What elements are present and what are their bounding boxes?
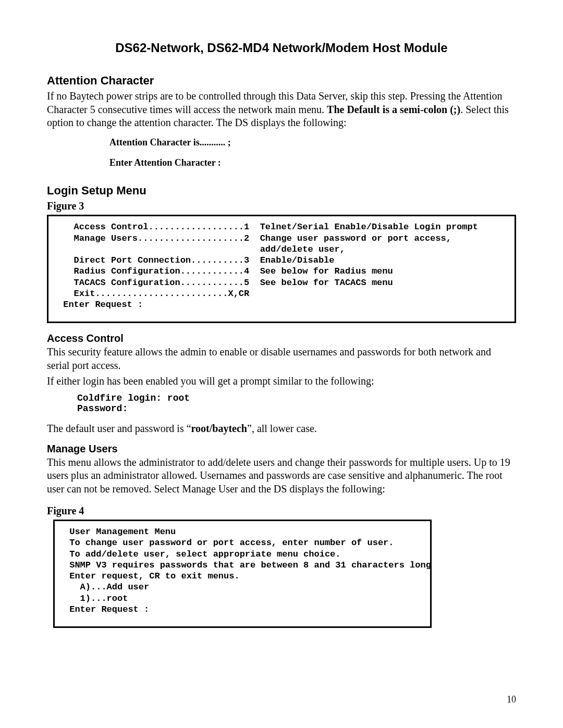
attention-output-line1: Attention Character is........... ; [109, 137, 516, 148]
login-prompt-block: Coldfire login: root Password: [77, 393, 516, 414]
access-control-para3: The default user and password is “root/b… [47, 422, 516, 436]
access-control-para2: If either login has been enabled you wil… [47, 375, 516, 388]
document-page: DS62-Network, DS62-MD4 Network/Modem Hos… [0, 0, 563, 728]
page-title: DS62-Network, DS62-MD4 Network/Modem Hos… [47, 41, 516, 55]
figure4-label: Figure 4 [47, 504, 516, 518]
access-control-para1: This security feature allows the admin t… [47, 346, 516, 372]
section-login-setup: Login Setup Menu [47, 184, 516, 198]
attention-output-line2: Enter Attention Character : [109, 157, 516, 168]
figure4-terminal: User Management Menu To change user pass… [53, 520, 432, 628]
figure3-terminal: Access Control..................1 Telnet… [47, 215, 516, 323]
ac-para3-pre: The default user and password is “ [47, 423, 191, 434]
manage-users-para: This menu allows the administrator to ad… [47, 456, 516, 496]
page-number: 10 [507, 694, 516, 705]
subsection-manage-users: Manage Users [47, 443, 516, 455]
subsection-access-control: Access Control [47, 332, 516, 344]
attention-output-block: Attention Character is........... ; Ente… [109, 137, 516, 168]
attention-paragraph: If no Baytech power strips are to be con… [47, 90, 516, 130]
ac-para3-bold: root/baytech [191, 423, 247, 434]
section-attention-character: Attention Character [47, 74, 516, 88]
figure3-label: Figure 3 [47, 200, 516, 213]
attention-para-bold: The Default is a semi-colon (;) [327, 104, 460, 115]
ac-para3-post: ”, all lower case. [247, 423, 317, 434]
